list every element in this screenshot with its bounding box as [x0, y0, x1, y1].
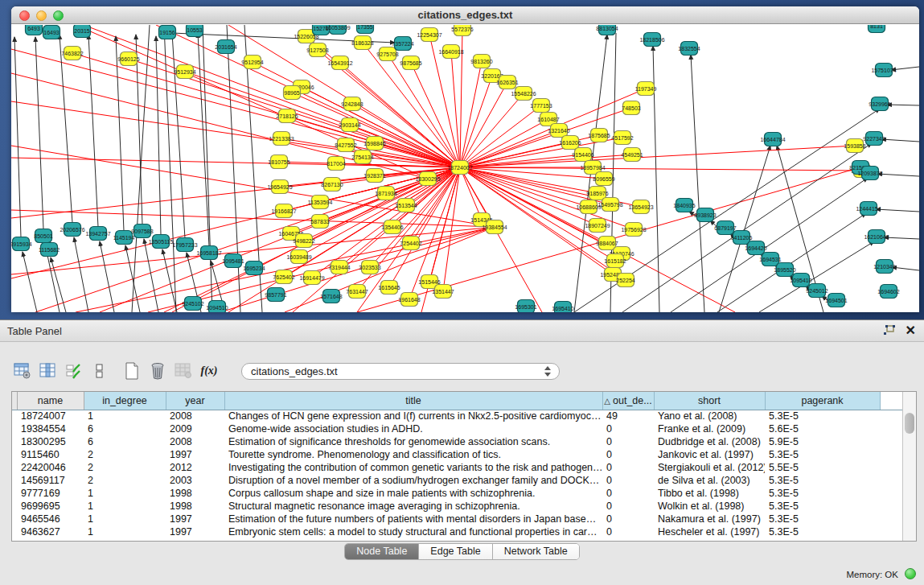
table-row[interactable]: 1456911722003Disruption of a novel membe…	[12, 474, 903, 487]
table-cell[interactable]: 0	[602, 461, 654, 474]
vertical-scrollbar[interactable]	[902, 392, 916, 541]
network-node[interactable]: 4549251	[621, 148, 643, 162]
column-header-short[interactable]: short	[654, 392, 765, 410]
network-node[interactable]: 7625402	[273, 270, 294, 284]
tab-network-table[interactable]: Network Table	[493, 544, 579, 559]
network-node[interactable]: 7463822	[61, 47, 83, 60]
table-cell[interactable]: 2	[84, 474, 166, 487]
network-node[interactable]: 587833	[310, 215, 329, 229]
table-cell[interactable]: 5.3E-5	[765, 448, 880, 461]
network-node[interactable]: 850501	[34, 229, 52, 243]
network-node[interactable]: 748503	[622, 101, 640, 115]
network-node[interactable]: 1095410	[790, 274, 811, 287]
table-cell[interactable]: 0	[602, 513, 654, 525]
network-node[interactable]: 9512934	[174, 65, 195, 79]
table-cell[interactable]: Yano et al. (2008)	[654, 410, 765, 422]
network-node[interactable]: 10553	[187, 25, 203, 37]
table-cell[interactable]: 5.3E-5	[765, 474, 880, 487]
network-node[interactable]: 7357224	[392, 37, 413, 51]
network-node[interactable]: 9127508	[306, 43, 328, 57]
network-node[interactable]: 9154406	[572, 148, 593, 162]
table-row[interactable]: 1830029562008Estimation of significance …	[12, 435, 903, 448]
network-node[interactable]: 9245102	[182, 297, 203, 311]
table-cell[interactable]: 0	[602, 474, 654, 487]
table-cell[interactable]: Jankovic et al. (1997)	[654, 448, 765, 461]
network-node[interactable]: 1777153	[530, 99, 552, 113]
network-node[interactable]: 8938923	[694, 208, 716, 222]
network-node[interactable]: 15751074	[871, 64, 896, 77]
network-node[interactable]: 2903144	[339, 118, 360, 132]
table-cell[interactable]: 49	[602, 410, 654, 422]
table-cell[interactable]: 18724007	[17, 410, 84, 422]
table-cell[interactable]: 1997	[166, 513, 224, 525]
network-node[interactable]: 19166827	[271, 204, 296, 218]
table-cell[interactable]: 1997	[166, 448, 224, 461]
network-node[interactable]: 1571648	[320, 290, 342, 303]
table-selector-dropdown[interactable]: citations_edges.txt	[241, 363, 560, 380]
network-node[interactable]: 15548226	[511, 87, 536, 101]
column-header-pagerank[interactable]: pagerank	[765, 392, 880, 410]
table-cell[interactable]: 19384554	[17, 422, 84, 435]
network-node[interactable]: 16493	[43, 26, 60, 39]
network-node[interactable]: 1832554	[678, 42, 700, 56]
table-cell[interactable]: Nakamura et al. (1997)	[654, 513, 765, 525]
network-node[interactable]: 19654925	[267, 180, 292, 194]
table-cell[interactable]: 5.6E-5	[765, 422, 880, 435]
network-node[interactable]: 16210643	[864, 230, 889, 244]
network-node[interactable]: 1513544	[395, 199, 417, 212]
network-node[interactable]: 1354406	[381, 220, 403, 234]
network-node[interactable]: 13942757	[85, 227, 110, 241]
network-node[interactable]: 1810755	[268, 155, 290, 169]
show-columns-icon[interactable]	[37, 360, 60, 381]
table-row[interactable]: 911546021997Tourette syndrome. Phenomeno…	[12, 448, 903, 461]
network-node[interactable]: 8131	[869, 25, 885, 33]
table-cell[interactable]: Wolkin et al. (1998)	[654, 500, 765, 513]
network-node[interactable]: 1840935	[673, 199, 695, 212]
network-node[interactable]: 1694501	[825, 294, 847, 307]
network-node[interactable]: 1695234	[243, 262, 265, 275]
network-canvas[interactable]: 1872400722420046989652718126122133831810…	[11, 25, 919, 312]
table-cell[interactable]: Genome-wide association studies in ADHD.	[224, 422, 602, 435]
table-cell[interactable]: Tourette syndrome. Phenomenology and cla…	[224, 448, 602, 461]
network-node[interactable]: 8267130	[321, 178, 343, 192]
network-edge[interactable]	[35, 37, 43, 229]
network-edge[interactable]	[23, 252, 37, 312]
table-cell[interactable]: 1997	[166, 525, 224, 538]
network-node[interactable]: 7254402	[400, 237, 421, 250]
network-edge[interactable]	[443, 167, 460, 291]
network-node[interactable]: 9813260	[470, 55, 492, 68]
table-row[interactable]: 1872400712008Changes of HCN gene express…	[12, 410, 903, 422]
table-cell[interactable]: 2	[84, 448, 166, 461]
network-node[interactable]: 2718126	[276, 109, 298, 123]
network-node[interactable]: 1598846	[363, 137, 385, 150]
network-edge[interactable]	[884, 237, 919, 239]
table-cell[interactable]: 2	[84, 461, 166, 474]
table-row[interactable]: 977716911998Corpus callosum shape and si…	[12, 487, 903, 500]
network-node[interactable]: 17957233	[172, 238, 197, 252]
table-cell[interactable]: 5.3E-5	[765, 513, 880, 525]
table-cell[interactable]: 1	[84, 513, 166, 525]
column-header-out_de[interactable]: △out_de...	[602, 392, 654, 410]
network-node[interactable]: 16914479	[299, 271, 324, 285]
network-node[interactable]: 4517592	[611, 131, 633, 145]
table-cell[interactable]: 1	[84, 410, 166, 422]
network-node[interactable]: 18907249	[585, 219, 610, 233]
network-edge[interactable]	[185, 72, 460, 167]
table-options-icon[interactable]	[11, 360, 34, 381]
network-node[interactable]: 1928371	[363, 169, 385, 183]
table-cell[interactable]: Embryonic stem cells: a model to study s…	[224, 525, 602, 538]
table-row[interactable]: 1938455462009Genome-wide association stu…	[12, 422, 903, 435]
scrollbar-thumb[interactable]	[905, 413, 914, 434]
network-edge[interactable]	[881, 139, 919, 142]
network-edge[interactable]	[74, 237, 88, 312]
network-edge[interactable]	[759, 241, 874, 312]
network-node[interactable]: 1197349	[635, 82, 657, 96]
table-cell[interactable]: 5.3E-5	[765, 525, 880, 538]
network-edge[interactable]	[11, 101, 460, 167]
network-node[interactable]: 18218506	[639, 33, 664, 47]
network-node[interactable]: 6493	[26, 25, 43, 35]
table-row[interactable]: 946554611997Estimation of the future num…	[12, 513, 903, 525]
network-node[interactable]: 13654923	[628, 200, 653, 214]
table-cell[interactable]: 2008	[166, 435, 224, 448]
network-node[interactable]: 16958187	[196, 246, 221, 260]
